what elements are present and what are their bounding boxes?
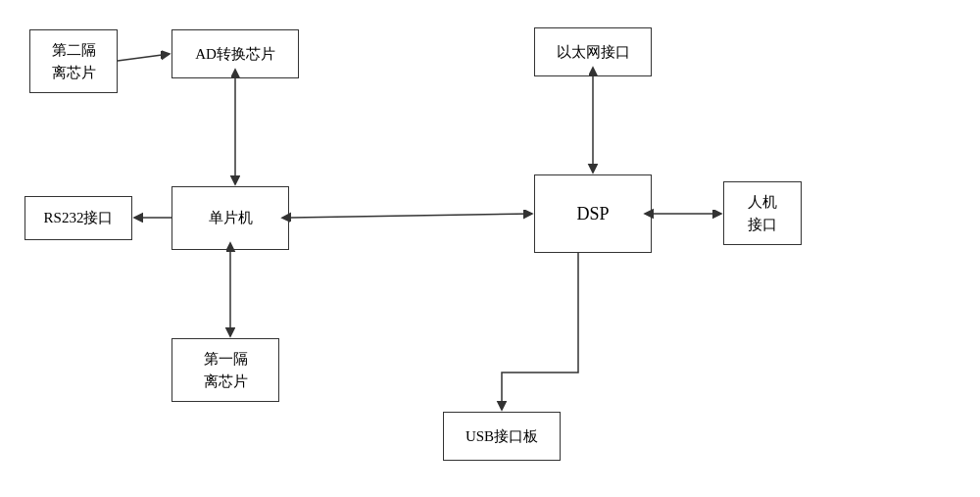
- arrow-dsp-usb: [502, 253, 578, 410]
- mcu-label: 单片机: [209, 207, 253, 229]
- ethernet-label: 以太网接口: [557, 41, 630, 64]
- arrow-isolation2-to-ad: [118, 54, 170, 61]
- ad-box: AD转换芯片: [172, 29, 299, 78]
- rs232-box: RS232接口: [24, 196, 132, 240]
- dsp-label: DSP: [576, 201, 609, 227]
- ethernet-box: 以太网接口: [534, 27, 652, 76]
- usb-label: USB接口板: [466, 425, 538, 448]
- hmi-label: 人机 接口: [748, 191, 777, 235]
- rs232-label: RS232接口: [44, 207, 114, 229]
- hmi-box: 人机 接口: [723, 181, 802, 245]
- ad-label: AD转换芯片: [195, 43, 275, 66]
- isolation1-label: 第一隔 离芯片: [204, 348, 248, 392]
- usb-box: USB接口板: [443, 412, 561, 461]
- dsp-box: DSP: [534, 174, 652, 253]
- block-diagram: 第二隔 离芯片 AD转换芯片 单片机 RS232接口 第一隔 离芯片 DSP 以…: [0, 0, 980, 497]
- isolation1-box: 第一隔 离芯片: [172, 338, 279, 402]
- isolation2-box: 第二隔 离芯片: [29, 29, 118, 93]
- mcu-box: 单片机: [172, 186, 289, 250]
- isolation2-label: 第二隔 离芯片: [52, 39, 96, 83]
- arrow-mcu-dsp: [291, 214, 532, 218]
